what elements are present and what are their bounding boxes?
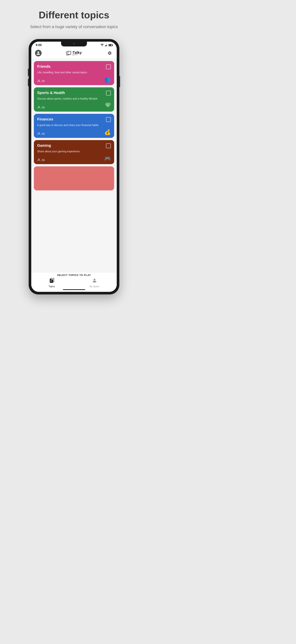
topic-card-finances[interactable]: Finances A good way to discuss and share… <box>34 114 114 138</box>
topic-count-gaming: 30 <box>37 158 45 162</box>
topic-name-sports: Sports & Health <box>37 91 65 95</box>
logo-text: Talky games <box>72 50 82 56</box>
status-time: 9:00 <box>36 44 42 47</box>
topic-desc-gaming: Share about your gaming experience <box>37 150 111 154</box>
battery-icon <box>108 44 112 46</box>
status-bar: 9:00 <box>31 42 117 48</box>
topic-count-finances: 50 <box>37 132 45 135</box>
svg-point-5 <box>38 106 40 107</box>
home-indicator <box>63 289 85 290</box>
svg-point-4 <box>38 80 40 81</box>
topic-name-friends: Friends <box>37 64 50 69</box>
status-icons <box>100 44 112 46</box>
topic-card-partial[interactable] <box>34 166 114 190</box>
topics-list[interactable]: Friends Life, travelling, food and other… <box>31 59 117 272</box>
nav-tab-topics[interactable]: Topics <box>49 278 55 288</box>
topic-checkbox-gaming[interactable] <box>106 144 111 148</box>
topic-name-finances: Finances <box>37 117 53 122</box>
app-header: Talky games <box>31 48 117 59</box>
logo-cards-icon <box>66 51 71 55</box>
volume-up-button <box>28 69 29 76</box>
nav-tab-myspace[interactable]: My Space <box>90 278 99 288</box>
topic-desc-friends: Life, travelling, food and other casual … <box>37 71 111 74</box>
topics-tab-label: Topics <box>49 285 55 288</box>
profile-avatar-icon[interactable] <box>35 50 42 56</box>
page-title: Different topics <box>8 9 140 21</box>
app-logo: Talky games <box>66 50 82 56</box>
volume-down-button <box>28 79 29 86</box>
svg-rect-1 <box>106 45 106 46</box>
topic-checkbox-finances[interactable] <box>106 117 111 122</box>
svg-point-7 <box>38 159 40 160</box>
myspace-icon <box>92 278 97 284</box>
myspace-tab-label: My Space <box>90 285 99 288</box>
topic-checkbox-sports[interactable] <box>106 91 111 96</box>
topic-checkbox-friends[interactable] <box>106 64 111 69</box>
power-button <box>119 76 120 87</box>
svg-rect-0 <box>105 46 106 46</box>
signal-icon <box>105 44 108 46</box>
topic-desc-sports: Discuss about sports, nutrition and a he… <box>37 97 111 101</box>
topic-count-friends: 50 <box>37 80 45 82</box>
page-subtitle: Select from a huge variety of conversati… <box>28 24 120 30</box>
topic-count-sports: 50 <box>37 106 45 109</box>
topic-card-gaming[interactable]: Gaming Share about your gaming experienc… <box>34 140 114 164</box>
phone-frame: 9:00 <box>29 39 119 294</box>
svg-rect-2 <box>106 45 107 46</box>
topic-desc-finances: A good way to discuss and share your fin… <box>37 124 111 127</box>
topic-card-friends[interactable]: Friends Life, travelling, food and other… <box>34 61 114 85</box>
page-header: Different topics Select from a huge vari… <box>0 0 148 35</box>
wifi-icon <box>100 44 104 46</box>
select-topics-label: SELECT TOPICS TO PLAY <box>31 274 117 276</box>
topic-card-sports[interactable]: Sports & Health Discuss about sports, nu… <box>34 87 114 112</box>
settings-gear-icon[interactable] <box>106 50 113 56</box>
phone-screen: 9:00 <box>31 42 117 292</box>
topic-emoji-friends: 👥 <box>104 76 111 82</box>
svg-rect-3 <box>107 44 108 46</box>
topic-emoji-sports <box>105 102 111 109</box>
nav-tabs: Topics My Space <box>31 278 117 288</box>
topic-emoji-finances: 💰 <box>104 129 111 135</box>
topic-emoji-gaming: 🎮 <box>104 156 111 162</box>
svg-point-13 <box>94 279 96 280</box>
topic-name-gaming: Gaming <box>37 144 51 148</box>
svg-point-6 <box>38 132 40 134</box>
topics-icon <box>49 278 54 284</box>
bottom-nav: SELECT TOPICS TO PLAY <box>31 272 117 292</box>
